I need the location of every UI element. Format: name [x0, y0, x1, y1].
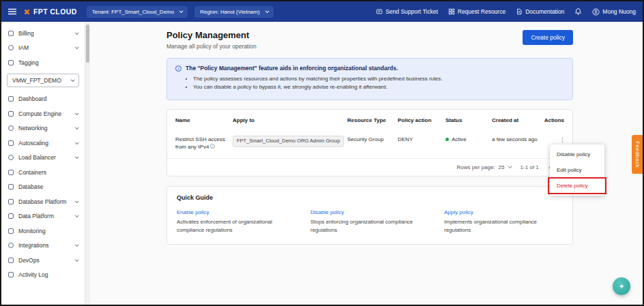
- billing-icon: [8, 31, 14, 36]
- apply-to-cell: FPT_Smart_Cloud_Demo ORG Admin Group: [233, 129, 347, 154]
- user-name: Mong Nuong: [602, 8, 636, 15]
- fpt-cloud-logo[interactable]: FPT CLOUD: [23, 7, 77, 16]
- policy-name-cell: Restrict SSH access from any IPv4i: [175, 129, 233, 158]
- containers-icon: [8, 170, 14, 175]
- sidebar-item-label: Integrations: [18, 242, 48, 249]
- autoscaling-icon: [8, 140, 14, 146]
- sidebar-item-label: Load Balancer: [18, 154, 56, 161]
- sidebar-item-tagging[interactable]: Tagging: [1, 55, 85, 70]
- sidebar-item-label: DevOps: [18, 257, 40, 264]
- ai-assistant-icon: ✦: [618, 282, 624, 291]
- sidebar-item-monitoring[interactable]: Monitoring: [1, 224, 85, 239]
- sidebar-item-database-platform[interactable]: Database Platform: [1, 194, 85, 209]
- menu-item-edit-policy[interactable]: Edit policy: [550, 162, 604, 178]
- dashboard-icon: [8, 96, 14, 102]
- sidebar-item-billing[interactable]: Billing: [1, 26, 85, 41]
- sidebar-item-label: Activity Log: [18, 271, 48, 278]
- sidebar-item-label: Tagging: [18, 59, 39, 66]
- sidebar-item-label: Containers: [18, 169, 46, 176]
- disable-policy-link[interactable]: Disable policy: [310, 209, 429, 215]
- page-title: Policy Management: [166, 30, 257, 40]
- compute-icon: [8, 111, 14, 117]
- policy-action-cell: DENY: [398, 129, 445, 151]
- sidebar-item-data-platform[interactable]: Data Platform: [1, 209, 85, 224]
- enable-policy-desc: Activates enforcement of organizational …: [177, 218, 295, 234]
- hamburger-menu-icon[interactable]: [8, 8, 16, 15]
- col-header-name: Name: [175, 110, 233, 129]
- sidebar-item-activity-log[interactable]: Activity Log: [1, 268, 85, 283]
- status-badge: Active: [452, 136, 467, 144]
- send-support-ticket-link[interactable]: Send Support Ticket: [376, 8, 438, 15]
- table-row[interactable]: Restrict SSH access from any IPv4i FPT_S…: [167, 129, 572, 158]
- rows-per-page-select[interactable]: Rows per page: 25: [457, 164, 511, 170]
- col-header-created-at: Created at: [492, 110, 542, 129]
- sidebar-item-containers[interactable]: Containers: [1, 165, 85, 180]
- sidebar-item-compute-engine[interactable]: Compute Engine: [1, 106, 85, 121]
- sidebar-scrollbar[interactable]: [85, 22, 90, 305]
- pagination-range: 1-1 of 1: [521, 164, 539, 170]
- sidebar-item-autoscaling[interactable]: Autoscaling: [1, 136, 85, 151]
- sidebar-item-label: Billing: [18, 30, 34, 37]
- sidebar-item-database[interactable]: Database: [1, 180, 85, 195]
- quick-guide-item: Enable policy Activates enforcement of o…: [177, 209, 295, 234]
- table-header-row: Name Apply to Resource Type Policy actio…: [167, 110, 572, 129]
- sidebar-item-label: Networking: [18, 125, 48, 132]
- data-platform-icon: [8, 213, 14, 219]
- create-policy-button[interactable]: Create policy: [523, 30, 573, 45]
- workspace-select[interactable]: VMW_FPT_DEMO: [7, 74, 79, 87]
- sidebar-item-label: IAM: [18, 44, 29, 51]
- request-resource-link[interactable]: Request Resource: [448, 8, 506, 15]
- user-menu[interactable]: Mong Nuong: [592, 8, 636, 16]
- quick-guide-card: Quick Guide Enable policy Activates enfo…: [166, 186, 573, 245]
- chevron-down-icon: [75, 243, 79, 247]
- chevron-down-icon: [75, 111, 79, 115]
- sidebar-item-iam[interactable]: IAM: [1, 41, 85, 56]
- resource-type-cell: Security Group: [347, 129, 398, 151]
- apply-policy-link[interactable]: Apply policy: [444, 209, 563, 215]
- region-dropdown[interactable]: Region: Hanoi (Vietnam): [194, 6, 273, 18]
- integrations-icon: [8, 243, 14, 248]
- status-cell: Active: [445, 129, 492, 151]
- documentation-label: Documentation: [525, 8, 564, 15]
- load-balancer-icon: [8, 155, 14, 160]
- sidebar-item-load-balancer[interactable]: Load Balancer: [1, 151, 85, 166]
- menu-item-delete-policy[interactable]: Delete policy: [550, 178, 604, 194]
- chevron-down-icon: [75, 199, 79, 203]
- info-banner: i The "Policy Management" feature aids i…: [166, 58, 573, 100]
- sidebar-item-devops[interactable]: DevOps: [1, 253, 85, 268]
- sidebar-item-integrations[interactable]: Integrations: [1, 239, 85, 254]
- chevron-down-icon: [75, 46, 79, 50]
- scrollbar-thumb[interactable]: [86, 25, 89, 63]
- support-ticket-icon: [376, 8, 383, 15]
- chevron-down-icon: [75, 214, 79, 218]
- workspace-select-value: VMW_FPT_DEMO: [12, 77, 61, 84]
- sidebar-item-label: Database Platform: [18, 198, 66, 205]
- banner-bullet: The policy assesses resources and action…: [193, 75, 564, 83]
- feedback-tab[interactable]: Feedback: [632, 135, 643, 174]
- banner-title: The "Policy Management" feature aids in …: [186, 65, 398, 72]
- sidebar-item-networking[interactable]: Networking: [1, 121, 85, 136]
- apply-policy-desc: Implements organizational compliance reg…: [444, 218, 563, 234]
- row-actions-context-menu: Disable policy Edit policy Delete policy: [550, 144, 604, 196]
- quick-guide-title: Quick Guide: [177, 194, 563, 201]
- ai-assistant-floating-button[interactable]: ✦: [613, 277, 630, 295]
- region-label: Region: Hanoi (Vietnam): [200, 9, 259, 15]
- database-icon: [8, 184, 14, 189]
- notifications-bell-icon[interactable]: [574, 7, 582, 16]
- resource-grid-icon: [448, 8, 455, 15]
- delete-policy-label: Delete policy: [557, 183, 588, 189]
- col-header-actions: Actions: [542, 110, 567, 129]
- database-platform-icon: [8, 199, 14, 204]
- info-icon[interactable]: i: [210, 144, 215, 149]
- banner-bullet: You can disable a policy to bypass it, w…: [193, 83, 564, 91]
- request-resource-label: Request Resource: [458, 8, 506, 15]
- enable-policy-link[interactable]: Enable policy: [177, 209, 295, 215]
- tenant-dropdown[interactable]: Tenant: FPT_Smart_Cloud_Demo: [87, 6, 188, 18]
- documentation-link[interactable]: Documentation: [516, 8, 564, 15]
- chevron-down-icon: [75, 155, 79, 159]
- chevron-down-icon: [75, 258, 79, 262]
- sidebar-item-dashboard[interactable]: Dashboard: [1, 92, 85, 107]
- app-window: FPT CLOUD Tenant: FPT_Smart_Cloud_Demo R…: [0, 0, 644, 306]
- devops-icon: [8, 258, 14, 263]
- menu-item-disable-policy[interactable]: Disable policy: [550, 147, 604, 162]
